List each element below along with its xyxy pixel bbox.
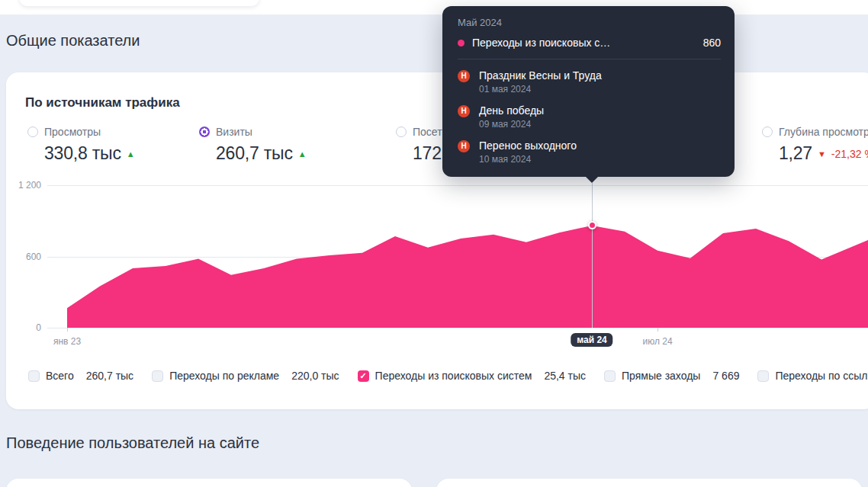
y-tick-label: 0 bbox=[6, 322, 41, 333]
holiday-date: 01 мая 2024 bbox=[479, 84, 602, 95]
metric-views[interactable]: Просмотры 330,8 тыс▲ bbox=[27, 126, 135, 164]
delta-value: -21,32 % bbox=[831, 148, 868, 160]
legend-label: Прямые заходы bbox=[622, 370, 700, 382]
checkbox-icon[interactable] bbox=[152, 370, 163, 382]
legend-label: Всего bbox=[46, 370, 74, 382]
x-tick-label-selected: май 24 bbox=[571, 333, 612, 347]
x-tick-label: июл 24 bbox=[642, 336, 672, 347]
radio-icon[interactable] bbox=[27, 127, 38, 137]
holiday-badge-icon: Н bbox=[458, 70, 470, 82]
holiday-date: 10 мая 2024 bbox=[479, 154, 577, 165]
legend-value: 220,0 тыс bbox=[291, 370, 339, 382]
y-tick-label: 1 200 bbox=[6, 180, 41, 191]
holiday-title: Перенос выходного bbox=[479, 139, 577, 152]
checkbox-icon[interactable] bbox=[757, 370, 769, 382]
section-title-behavior: Поведение пользователей на сайте bbox=[6, 434, 259, 452]
radio-icon[interactable] bbox=[762, 127, 773, 137]
metric-label: Просмотры bbox=[44, 126, 101, 138]
legend-item[interactable]: ✓Переходы из поисковых систем25,4 тыс bbox=[358, 370, 586, 382]
metric-value: 260,7 тыс bbox=[216, 143, 293, 164]
x-tick bbox=[67, 328, 68, 332]
series-dot-icon bbox=[458, 40, 465, 46]
checkbox-icon[interactable]: ✓ bbox=[358, 370, 369, 382]
area-series bbox=[67, 226, 868, 328]
gridline bbox=[47, 185, 868, 186]
delta-arrow-icon: ▲ bbox=[127, 149, 135, 159]
x-tick bbox=[657, 328, 658, 332]
gridline bbox=[47, 328, 868, 328]
gridline bbox=[47, 257, 868, 258]
delta-arrow-icon: ▲ bbox=[298, 149, 307, 159]
top-filter-pill[interactable] bbox=[19, 0, 259, 6]
metric-value: 172, bbox=[413, 143, 446, 164]
tooltip-arrow-icon bbox=[586, 177, 598, 183]
metric-depth[interactable]: Глубина просмотра 1,27▼-21,32 % bbox=[762, 126, 868, 164]
holiday-title: Праздник Весны и Труда bbox=[479, 69, 602, 82]
legend-label: Переходы по рекламе bbox=[169, 370, 279, 382]
legend-value: 25,4 тыс bbox=[544, 370, 586, 382]
legend-item[interactable]: Переходы по рекламе220,0 тыс bbox=[152, 370, 339, 382]
area-chart-svg bbox=[6, 72, 868, 409]
holiday-row: НПеренос выходного10 мая 2024 bbox=[458, 139, 721, 165]
behavior-card-2 bbox=[436, 479, 862, 487]
chart-legend: Всего260,7 тысПереходы по рекламе220,0 т… bbox=[28, 370, 868, 382]
legend-value: 260,7 тыс bbox=[86, 370, 133, 382]
selected-point-guideline bbox=[592, 183, 593, 328]
holidays-list: НПраздник Весны и Труда01 мая 2024НДень … bbox=[458, 69, 721, 165]
metric-label: Визиты bbox=[216, 126, 252, 138]
page: { "sections": { "overview_title": "Общие… bbox=[0, 0, 868, 487]
holiday-row: НДень победы09 мая 2024 bbox=[458, 104, 721, 130]
legend-value: 7 669 bbox=[712, 370, 739, 382]
section-title-overview: Общие показатели bbox=[6, 32, 140, 50]
metric-visits[interactable]: Визиты 260,7 тыс▲ bbox=[199, 126, 307, 164]
metric-value: 330,8 тыс bbox=[44, 143, 121, 164]
tooltip-divider bbox=[458, 59, 721, 59]
traffic-sources-card: По источникам трафика Просмотры 330,8 ты… bbox=[6, 72, 868, 409]
card-title: По источникам трафика bbox=[25, 95, 180, 111]
radio-icon[interactable] bbox=[396, 127, 407, 137]
holiday-date: 09 мая 2024 bbox=[479, 119, 544, 130]
holiday-badge-icon: Н bbox=[458, 140, 470, 152]
metric-value: 1,27 bbox=[779, 143, 812, 164]
tooltip-title: Май 2024 bbox=[458, 17, 502, 28]
metric-label: Глубина просмотра bbox=[779, 126, 868, 138]
holiday-row: НПраздник Весны и Труда01 мая 2024 bbox=[458, 69, 721, 95]
legend-item[interactable]: Прямые заходы7 669 bbox=[604, 370, 739, 382]
legend-label: Переходы из поисковых систем bbox=[375, 370, 532, 382]
tooltip-series-label: Переходы из поисковых с… bbox=[472, 37, 696, 49]
radio-icon[interactable] bbox=[199, 127, 210, 137]
checkbox-icon[interactable] bbox=[28, 370, 40, 382]
tooltip-series-value: 860 bbox=[703, 37, 721, 49]
legend-item[interactable]: Переходы по ссылкам на сайтах bbox=[757, 370, 868, 382]
holiday-badge-icon: Н bbox=[458, 105, 470, 117]
behavior-card-1 bbox=[6, 479, 412, 487]
x-tick-label: янв 23 bbox=[53, 336, 81, 347]
y-tick-label: 600 bbox=[6, 252, 41, 262]
holiday-title: День победы bbox=[479, 104, 544, 117]
delta-arrow-icon: ▼ bbox=[818, 149, 826, 159]
checkbox-icon[interactable] bbox=[604, 370, 616, 382]
legend-item[interactable]: Всего260,7 тыс bbox=[28, 370, 133, 382]
chart-tooltip: Май 2024 Переходы из поисковых с… 860 НП… bbox=[442, 6, 735, 177]
legend-label: Переходы по ссылкам на сайтах bbox=[775, 370, 868, 382]
tooltip-series-row: Переходы из поисковых с… 860 bbox=[458, 37, 721, 49]
selected-point-marker bbox=[588, 221, 596, 229]
